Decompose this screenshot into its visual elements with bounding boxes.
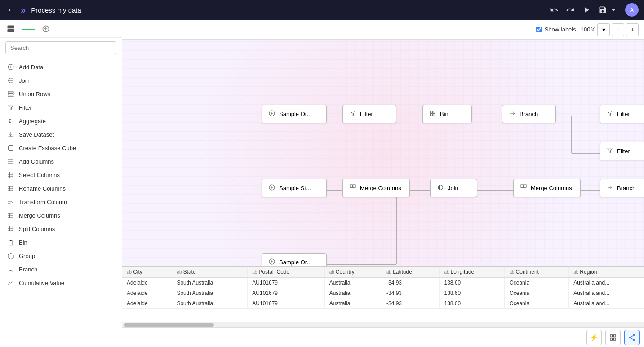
col-type: ab <box>329 270 334 275</box>
node-label-n16: Sample Or... <box>279 259 311 266</box>
cell-r1-c1: South Australia <box>172 288 248 298</box>
table-row: AdelaideSouth AustraliaAU101679Australia… <box>122 278 644 288</box>
col-type: ab <box>127 270 132 275</box>
save-button[interactable] <box>598 5 618 14</box>
node-label-n1: Sample Or... <box>279 111 311 117</box>
main-body: Add Data Join Union Rows Filter Σ Aggreg… <box>0 20 644 347</box>
table-scroll[interactable]: abCityabStateabPostal_CodeabCountryabLat… <box>122 267 644 322</box>
flow-node-n5[interactable]: Filter <box>600 105 644 123</box>
sidebar-item-add-columns[interactable]: Add Columns <box>0 155 122 168</box>
flow-node-n12[interactable]: Merge Columns <box>513 179 581 197</box>
col-header-continent: abContinent <box>505 267 569 278</box>
sidebar-item-group[interactable]: Group <box>0 249 122 262</box>
share-button[interactable] <box>624 330 640 345</box>
node-label-n4: Branch <box>520 111 538 117</box>
node-label-n5: Filter <box>617 111 630 117</box>
cell-r2-c0: Adelaide <box>122 298 172 309</box>
sidebar-item-label: Save Dataset <box>19 131 54 138</box>
node-label-n9: Sample St... <box>279 185 311 191</box>
flow-node-n9[interactable]: Sample St... <box>262 179 327 197</box>
workflow-icon[interactable] <box>41 24 50 35</box>
data-icon[interactable] <box>6 24 15 35</box>
horizontal-scrollbar[interactable] <box>122 322 644 327</box>
sidebar-item-join[interactable]: Join <box>0 74 122 87</box>
flow-node-n10[interactable]: Merge Columns <box>342 179 410 197</box>
sidebar-item-aggregate[interactable]: Σ Aggregate <box>0 114 122 128</box>
show-labels-checkbox[interactable] <box>536 27 542 32</box>
col-type: ab <box>177 270 182 275</box>
node-icon-n9 <box>268 184 275 192</box>
sidebar-item-bin[interactable]: Bin <box>0 236 122 249</box>
add-columns-icon <box>7 158 14 165</box>
play-button[interactable] <box>582 5 591 14</box>
svg-rect-29 <box>431 111 433 113</box>
table-row: AdelaideSouth AustraliaAU101679Australia… <box>122 288 644 298</box>
node-label-n3: Bin <box>440 111 449 117</box>
flow-node-n16[interactable]: Sample Or... <box>262 253 327 266</box>
sidebar-item-label: Merge Columns <box>19 212 60 219</box>
grid-button[interactable] <box>605 330 621 345</box>
cell-r0-c0: Adelaide <box>122 278 172 288</box>
sidebar-item-union-rows[interactable]: Union Rows <box>0 87 122 101</box>
zoom-level: 100% <box>581 26 595 33</box>
undo-icon[interactable] <box>550 5 559 14</box>
flow-node-n2[interactable]: Filter <box>342 105 396 123</box>
node-label-n7: Filter <box>617 148 630 155</box>
sidebar-item-cumulative-value[interactable]: Cumulative Value <box>0 276 122 289</box>
sidebar-item-create-essbase[interactable]: Create Essbase Cube <box>0 141 122 155</box>
svg-rect-6 <box>9 146 13 151</box>
cell-r0-c5: 138.60 <box>440 278 505 288</box>
sidebar-item-add-data[interactable]: Add Data <box>0 60 122 74</box>
sidebar-item-save-dataset[interactable]: Save Dataset <box>0 128 122 141</box>
cell-r1-c2: AU101679 <box>248 288 324 298</box>
sidebar-list: Add Data Join Union Rows Filter Σ Aggreg… <box>0 58 122 347</box>
join-icon <box>7 77 14 84</box>
sidebar-item-branch[interactable]: Branch <box>0 262 122 276</box>
sidebar-item-label: Transform Column <box>19 199 67 205</box>
split-columns-icon <box>7 225 14 232</box>
zoom-in-button[interactable]: + <box>626 23 639 36</box>
search-input[interactable] <box>5 41 116 54</box>
flow-canvas[interactable]: Sample Or... Filter Bin Branch Filter Sa… <box>122 40 644 266</box>
sidebar-item-split-columns[interactable]: Split Columns <box>0 222 122 236</box>
show-labels-toggle[interactable]: Show labels <box>536 26 576 33</box>
node-icon-n16 <box>268 258 275 266</box>
sidebar-item-transform-column[interactable]: Transform Column <box>0 195 122 209</box>
sidebar-item-label: Create Essbase Cube <box>19 145 76 151</box>
back-button[interactable]: ← <box>5 4 17 17</box>
cell-r2-c2: AU101679 <box>248 298 324 309</box>
col-header-state: abState <box>172 267 248 278</box>
node-icon-n1 <box>268 110 275 118</box>
top-actions: A <box>550 3 639 17</box>
svg-rect-35 <box>353 185 355 187</box>
add-data-icon <box>7 63 14 71</box>
sidebar-item-merge-columns[interactable]: Merge Columns <box>0 209 122 222</box>
flow-node-n13[interactable]: Branch <box>600 179 644 197</box>
sidebar-item-rename-columns[interactable]: Rename Columns <box>0 182 122 195</box>
cell-r0-c7: Australia and... <box>569 278 644 288</box>
flow-node-n1[interactable]: Sample Or... <box>262 105 327 123</box>
sidebar-item-label: Bin <box>19 239 27 246</box>
cell-r0-c1: South Australia <box>172 278 248 288</box>
sidebar-item-label: Branch <box>19 266 37 273</box>
flow-node-n11[interactable]: Join <box>430 179 477 197</box>
flow-node-n4[interactable]: Branch <box>502 105 556 123</box>
data-table: abCityabStateabPostal_CodeabCountryabLat… <box>122 267 644 309</box>
zoom-out-button[interactable]: − <box>612 23 624 36</box>
sidebar-item-filter[interactable]: Filter <box>0 101 122 114</box>
sidebar-item-label: Group <box>19 253 35 259</box>
cell-r0-c3: Australia <box>324 278 382 288</box>
cell-r1-c5: 138.60 <box>440 288 505 298</box>
flow-node-n7[interactable]: Filter <box>600 142 644 160</box>
cell-r1-c3: Australia <box>324 288 382 298</box>
sidebar-icon-bar <box>0 20 122 38</box>
avatar[interactable]: A <box>625 3 639 17</box>
sidebar-item-label: Add Columns <box>19 158 54 165</box>
sidebar-item-select-columns[interactable]: Select Columns <box>0 168 122 182</box>
svg-rect-3 <box>8 93 13 95</box>
redo-icon[interactable] <box>566 5 575 14</box>
node-icon-n3 <box>429 110 436 118</box>
lightning-button[interactable]: ⚡ <box>586 330 602 345</box>
zoom-dropdown-btn[interactable]: ▾ <box>597 23 610 36</box>
flow-node-n3[interactable]: Bin <box>422 105 472 123</box>
